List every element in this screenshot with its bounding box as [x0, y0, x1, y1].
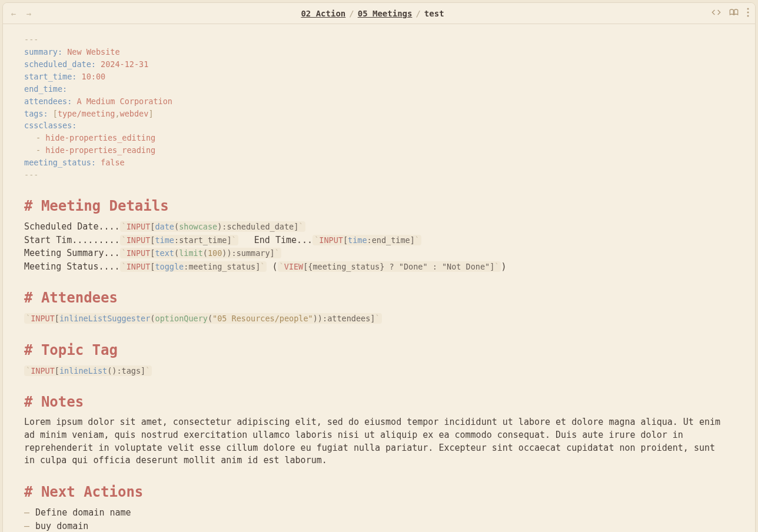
label: Meeting Summary... [24, 248, 120, 258]
fm-row-end: end_time: [24, 83, 743, 95]
dash-icon: — [24, 520, 29, 532]
input-code-attendees[interactable]: `INPUT[inlineListSuggester(optionQuery("… [24, 313, 382, 324]
list-item[interactable]: —Define domain name [24, 506, 743, 520]
detail-start-end-time: Start Tim.........`INPUT[time:start_time… [24, 234, 743, 247]
fm-open: --- [24, 34, 743, 46]
view-code-status[interactable]: `VIEW[{meeting_status} ? "Done" : "Not D… [278, 261, 501, 272]
breadcrumb-sep: / [415, 9, 420, 18]
fm-row-summary: summary: New Website [24, 46, 743, 58]
fm-row-attendees: attendees: A Medium Corporation [24, 95, 743, 108]
heading-notes: # Notes [24, 391, 743, 413]
more-icon[interactable] [747, 8, 749, 19]
input-code-scheduled[interactable]: `INPUT[date(showcase):scheduled_date]` [120, 221, 305, 232]
heading-next-actions: # Next Actions [24, 481, 743, 503]
heading-attendees: # Attendees [24, 287, 743, 308]
label: Scheduled Date.... [24, 221, 120, 232]
breadcrumb-sep: / [349, 9, 354, 18]
label: Start Tim......... [24, 235, 120, 245]
label: Meeting Status.... [24, 261, 120, 272]
list-item[interactable]: —buy domain [24, 520, 743, 532]
detail-summary: Meeting Summary...`INPUT[text(limit(100)… [24, 247, 743, 260]
fm-css-item-2: - hide-properties_reading [24, 144, 743, 157]
source-mode-icon[interactable] [712, 8, 721, 19]
input-code-status[interactable]: `INPUT[toggle:meeting_status]` [120, 261, 267, 272]
breadcrumb-folder-2[interactable]: 05 Meetings [358, 9, 413, 18]
back-icon[interactable]: ← [9, 9, 18, 18]
fm-row-status: meeting_status: false [24, 157, 743, 169]
svg-point-0 [747, 8, 749, 10]
breadcrumb: 02 Action / 05 Meetings / test [34, 9, 712, 18]
nav-buttons: ← → [9, 9, 34, 18]
heading-topic: # Topic Tag [24, 340, 743, 361]
titlebar-actions [712, 8, 749, 19]
detail-status: Meeting Status....`INPUT[toggle:meeting_… [24, 260, 743, 274]
breadcrumb-folder-1[interactable]: 02 Action [301, 9, 345, 18]
editor-content[interactable]: --- summary: New Website scheduled_date:… [3, 24, 755, 532]
topic-code-line: `INPUT[inlineList():tags]` [24, 364, 743, 378]
titlebar: ← → 02 Action / 05 Meetings / test [3, 3, 755, 24]
next-actions-list: —Define domain name —buy domain —contrac… [24, 506, 743, 532]
fm-close: --- [24, 169, 743, 181]
input-code-start[interactable]: `INPUT[time:start_time]` [120, 235, 238, 245]
list-item-text: buy domain [35, 520, 88, 532]
fm-css-item-1: - hide-properties_editing [24, 132, 743, 144]
heading-meeting-details: # Meeting Details [24, 195, 743, 217]
frontmatter-block: --- summary: New Website scheduled_date:… [24, 34, 743, 181]
detail-scheduled-date: Scheduled Date....`INPUT[date(showcase):… [24, 220, 743, 234]
label: End Time... [254, 235, 312, 245]
dash-icon: — [24, 506, 29, 520]
attendees-code-line: `INPUT[inlineListSuggester(optionQuery("… [24, 312, 743, 325]
fm-row-scheduled: scheduled_date: 2024-12-31 [24, 58, 743, 71]
breadcrumb-current: test [424, 9, 444, 18]
notes-paragraph[interactable]: Lorem ipsum dolor sit amet, consectetur … [24, 416, 730, 467]
fm-row-css: cssclasses: [24, 119, 743, 132]
list-item-text: Define domain name [35, 506, 131, 520]
fm-row-tags: tags: [type/meeting,webdev] [24, 108, 743, 120]
input-code-end[interactable]: `INPUT[time:end_time]` [312, 235, 421, 245]
reading-view-icon[interactable] [729, 8, 739, 19]
forward-icon[interactable]: → [24, 9, 34, 18]
fm-row-start: start_time: 10:00 [24, 71, 743, 83]
svg-point-2 [747, 15, 749, 17]
input-code-summary[interactable]: `INPUT[text(limit(100)):summary]` [120, 248, 281, 258]
input-code-topic[interactable]: `INPUT[inlineList():tags]` [24, 365, 152, 376]
svg-point-1 [747, 12, 749, 14]
editor-window: ← → 02 Action / 05 Meetings / test --- s [2, 2, 756, 532]
